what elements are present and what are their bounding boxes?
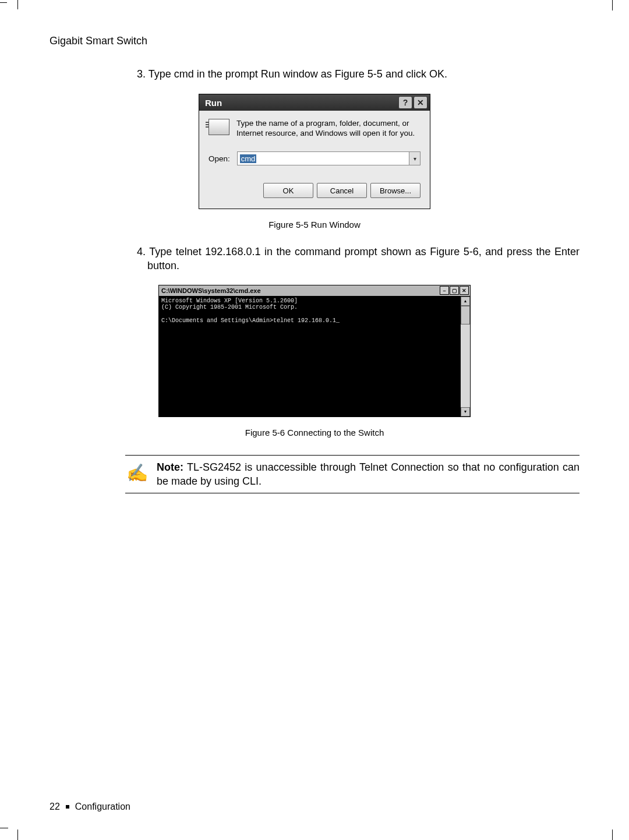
maximize-button[interactable]: ▢ xyxy=(450,286,459,295)
note-icon: ✍ xyxy=(125,461,149,485)
run-icon xyxy=(209,119,229,135)
figure-5-6-caption: Figure 5-6 Connecting to the Switch xyxy=(50,428,579,437)
scroll-thumb[interactable] xyxy=(461,306,470,324)
footer-section: Configuration xyxy=(75,802,130,812)
chevron-down-icon[interactable]: ▾ xyxy=(409,152,420,165)
close-button[interactable]: ✕ xyxy=(460,286,469,295)
note-text: Note: TL-SG2452 is unaccessible through … xyxy=(157,460,579,489)
cancel-button[interactable]: Cancel xyxy=(317,183,367,198)
ok-button[interactable]: OK xyxy=(263,183,313,198)
step-4-text: 4. Type telnet 192.168.0.1 in the comman… xyxy=(137,245,579,273)
run-dialog: Run ? ✕ Type the name of a program, fold… xyxy=(199,94,430,209)
cmd-titlebar: C:\WINDOWS\system32\cmd.exe – ▢ ✕ xyxy=(159,285,470,297)
close-button[interactable]: ✕ xyxy=(414,96,427,109)
scroll-down-button[interactable]: ▾ xyxy=(461,407,470,417)
open-combobox[interactable]: cmd ▾ xyxy=(237,151,420,165)
open-input[interactable]: cmd xyxy=(238,152,409,165)
footer-bullet-icon xyxy=(66,805,69,809)
scroll-up-button[interactable]: ▴ xyxy=(461,297,470,306)
help-button[interactable]: ? xyxy=(398,96,412,109)
scrollbar[interactable]: ▴ ▾ xyxy=(460,297,470,417)
browse-button[interactable]: Browse... xyxy=(370,183,420,198)
run-description: Type the name of a program, folder, docu… xyxy=(236,119,420,139)
step-3-text: 3. Type cmd in the prompt Run window as … xyxy=(137,67,579,81)
run-titlebar: Run ? ✕ xyxy=(199,94,430,111)
minimize-button[interactable]: – xyxy=(440,286,449,295)
page-header: Gigabit Smart Switch xyxy=(50,35,579,47)
run-title: Run xyxy=(205,98,222,108)
open-label: Open: xyxy=(209,154,230,163)
page-footer: 22 Configuration xyxy=(50,802,130,812)
page-number: 22 xyxy=(50,802,60,812)
cmd-title: C:\WINDOWS\system32\cmd.exe xyxy=(161,287,261,294)
note-box: ✍ Note: TL-SG2452 is unaccessible throug… xyxy=(125,455,579,494)
cmd-window: C:\WINDOWS\system32\cmd.exe – ▢ ✕ Micros… xyxy=(158,285,471,417)
cmd-output: Microsoft Windows XP [Version 5.1.2600] … xyxy=(159,297,460,417)
figure-5-5-caption: Figure 5-5 Run Window xyxy=(50,220,579,230)
